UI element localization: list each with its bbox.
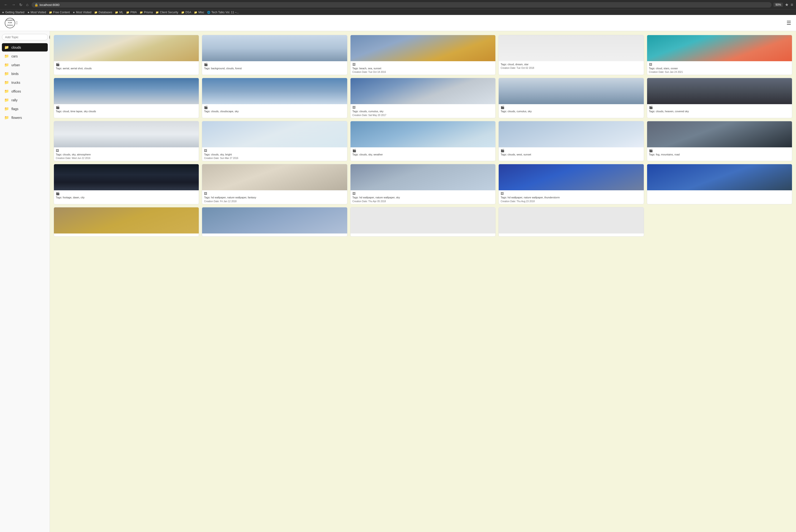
address-bar[interactable]: 🔒 localhost:8080 xyxy=(32,2,772,7)
folder-icon: 📁 xyxy=(4,107,9,111)
card-body: Tags: cloud, dream, starCreation Date: T… xyxy=(499,61,644,71)
media-card[interactable]: 🎬Tags: cloud, time lapse, sky clouds xyxy=(54,78,199,118)
media-card[interactable] xyxy=(498,207,644,236)
nav-buttons: ← → ↻ ⌂ xyxy=(3,2,30,7)
sidebar-item-label: birds xyxy=(12,72,19,76)
bookmark-star-button[interactable]: ★ xyxy=(785,2,789,7)
media-card[interactable] xyxy=(202,207,347,236)
media-card[interactable]: 🖼Tags: hd wallpaper, nature wallpaper, f… xyxy=(202,164,347,204)
bookmark-getting-started[interactable]: ★ Getting Started xyxy=(2,11,24,14)
media-type-icon: 🎬 xyxy=(501,106,642,109)
bookmark-misc[interactable]: 📁 Misc xyxy=(194,11,204,14)
logo-text: STAMPSFORDOGS xyxy=(6,19,14,26)
bookmark-ml[interactable]: 📁 ML xyxy=(115,11,123,14)
card-body: 🎬Tags: fog, mountains, road xyxy=(647,147,792,158)
card-thumbnail xyxy=(202,164,347,190)
media-type-icon: 🖼 xyxy=(501,192,642,195)
media-card[interactable] xyxy=(350,207,496,236)
card-tags: Tags: clouds, sky, bright xyxy=(204,153,345,156)
card-tags: Tags: background, clouds, forest xyxy=(204,67,345,70)
bookmark-most-visited-2[interactable]: ★ Most Visited xyxy=(73,11,91,14)
media-card[interactable]: Tags: cloud, dream, starCreation Date: T… xyxy=(498,35,644,75)
hamburger-button[interactable]: ☰ xyxy=(786,20,791,26)
sidebar-item-clouds[interactable]: 📁 clouds xyxy=(2,43,48,52)
bookmark-client-security[interactable]: 📁 Client Security xyxy=(155,11,178,14)
card-body: 🖼Tags: clouds, sky, brightCreation Date:… xyxy=(202,147,347,161)
sidebar-item-flowers[interactable]: 📁 flowers xyxy=(2,113,48,122)
folder-icon: 📁 xyxy=(155,11,159,14)
sidebar-item-rally[interactable]: 📁 rally xyxy=(2,96,48,104)
media-card[interactable]: 🖼Tags: clouds, cumulus, skyCreation Date… xyxy=(350,78,496,118)
media-card[interactable] xyxy=(647,164,792,204)
card-body: 🎬Tags: clouds, cloudscape, sky xyxy=(202,104,347,115)
card-thumbnail xyxy=(202,35,347,61)
media-card[interactable]: 🖼Tags: hd wallpaper, nature wallpaper, s… xyxy=(350,164,496,204)
media-card[interactable]: 🎬Tags: footage, dawn, city xyxy=(54,164,199,204)
media-type-icon: 🎬 xyxy=(56,63,197,66)
sidebar-item-offices[interactable]: 📁 offices xyxy=(2,87,48,95)
media-card[interactable]: 🖼Tags: beach, sea, sunsetCreation Date: … xyxy=(350,35,496,75)
media-card[interactable]: 🎬Tags: background, clouds, forest xyxy=(202,35,347,75)
media-card[interactable]: 🎬Tags: clouds, cloudscape, sky xyxy=(202,78,347,118)
card-thumbnail xyxy=(202,121,347,147)
card-tags: Tags: clouds, cumulus, sky xyxy=(352,110,494,113)
folder-icon: 📁 xyxy=(115,11,118,14)
media-card[interactable]: 🎬Tags: clouds, sky, weather xyxy=(350,121,496,161)
refresh-button[interactable]: ↻ xyxy=(18,2,23,7)
bookmark-free-content[interactable]: 📁 Free Content xyxy=(49,11,70,14)
bookmark-databases[interactable]: 📁 Databases xyxy=(94,11,112,14)
media-type-icon: 🎬 xyxy=(56,106,197,109)
bookmark-prisma[interactable]: 📁 Prisma xyxy=(140,11,153,14)
home-button[interactable]: ⌂ xyxy=(25,2,30,7)
sidebar-item-birds[interactable]: 📁 birds xyxy=(2,70,48,78)
sidebar-item-trucks[interactable]: 📁 trucks xyxy=(2,78,48,87)
media-card[interactable]: 🖼Tags: clouds, sky, brightCreation Date:… xyxy=(202,121,347,161)
bookmark-dsa[interactable]: 📁 DSA xyxy=(181,11,191,14)
card-thumbnail xyxy=(54,78,199,104)
bookmarks-bar: ★ Getting Started ★ Most Visited 📁 Free … xyxy=(0,10,796,15)
media-type-icon: 🎬 xyxy=(501,149,642,152)
bookmark-tech-talks[interactable]: 🌐 Tech Talks Vol. 11 –... xyxy=(207,11,239,14)
forward-button[interactable]: → xyxy=(11,2,17,7)
media-card[interactable]: 🖼Tags: hd wallpaper, nature wallpaper, t… xyxy=(498,164,644,204)
media-type-icon: 🖼 xyxy=(204,192,345,195)
card-thumbnail xyxy=(54,35,199,61)
card-thumbnail xyxy=(499,35,644,61)
sidebar-item-urban[interactable]: 📁 urban xyxy=(2,61,48,69)
bookmark-pwa[interactable]: 📁 PWA xyxy=(126,11,137,14)
sidebar-item-label: trucks xyxy=(12,81,20,84)
menu-button[interactable]: ≡ xyxy=(791,2,793,7)
card-thumbnail xyxy=(499,78,644,104)
card-body: 🎬Tags: background, clouds, forest xyxy=(202,61,347,72)
card-date: Creation Date: Sun Mar 27 2016 xyxy=(204,157,345,159)
card-date: Creation Date: Sat May 20 2017 xyxy=(352,114,494,116)
sidebar: + 📁 clouds 📁 cars 📁 urban 📁 birds 📁 truc… xyxy=(0,31,50,532)
sidebar-item-label: clouds xyxy=(12,45,21,49)
media-card[interactable]: 🎬Tags: clouds, cumulus, sky xyxy=(498,78,644,118)
media-card[interactable] xyxy=(54,207,199,236)
sidebar-item-flags[interactable]: 📁 flags xyxy=(2,104,48,113)
main-layout: + 📁 clouds 📁 cars 📁 urban 📁 birds 📁 truc… xyxy=(0,31,796,532)
bookmark-label: Free Content xyxy=(53,11,70,14)
media-card[interactable]: 🎬Tags: fog, mountains, road xyxy=(647,121,792,161)
card-thumbnail xyxy=(202,78,347,104)
lock-icon: 🔒 xyxy=(34,3,38,7)
media-card[interactable]: 🎬Tags: clouds, west, sunset xyxy=(498,121,644,161)
content-area: 🎬Tags: aerial, aerial shot, clouds🎬Tags:… xyxy=(50,31,796,532)
add-topic-input[interactable] xyxy=(2,34,48,40)
media-card[interactable]: 🎬Tags: aerial, aerial shot, clouds xyxy=(54,35,199,75)
media-type-icon: 🖼 xyxy=(649,63,790,66)
media-card[interactable]: 🖼Tags: cloud, stars, oceanCreation Date:… xyxy=(647,35,792,75)
bookmark-label: Most Visited xyxy=(31,11,46,14)
sidebar-item-label: flowers xyxy=(12,116,22,119)
back-button[interactable]: ← xyxy=(3,2,9,7)
card-body: 🎬Tags: aerial, aerial shot, clouds xyxy=(54,61,199,72)
card-thumbnail xyxy=(351,207,495,233)
media-card[interactable]: 🎬Tags: clouds, heaven, covered sky xyxy=(647,78,792,118)
media-card[interactable]: 🖼Tags: clouds, sky, atmosphereCreation D… xyxy=(54,121,199,161)
sidebar-item-cars[interactable]: 📁 cars xyxy=(2,52,48,60)
card-thumbnail xyxy=(647,78,792,104)
card-tags: Tags: cloud, dream, star xyxy=(501,63,642,66)
bookmark-most-visited-1[interactable]: ★ Most Visited xyxy=(27,11,46,14)
card-thumbnail xyxy=(351,78,495,104)
